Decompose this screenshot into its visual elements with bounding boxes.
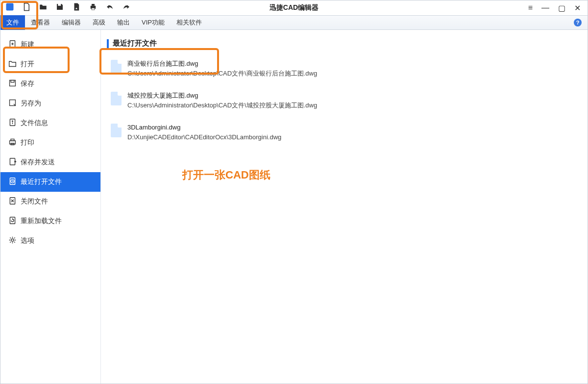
options-icon <box>8 236 17 246</box>
titlebar: 迅捷CAD编辑器 ≡ — ▢ ✕ <box>0 0 588 15</box>
recent-file-item[interactable]: 3DLamborgini.dwgD:\XunjieCADEditor\CADEd… <box>107 121 582 144</box>
sidebar-item-options[interactable]: 选项 <box>0 231 100 251</box>
new-icon <box>8 40 17 50</box>
new-icon[interactable] <box>22 2 31 13</box>
sidebar-item-label: 保存并发送 <box>21 158 55 167</box>
svg-rect-15 <box>11 139 14 141</box>
svg-rect-3 <box>92 4 95 6</box>
section-title: 最近打开文件 <box>107 39 582 48</box>
recent-file-item[interactable]: 城投控股大厦施工图.dwgC:\Users\Administrator\Desk… <box>107 89 582 112</box>
sidebar-item-close[interactable]: 关闭文件 <box>0 192 100 211</box>
undo-icon[interactable] <box>105 2 114 13</box>
app-window: 迅捷CAD编辑器 ≡ — ▢ ✕ 文件查看器编辑器高级输出VIP功能相关软件 ?… <box>0 0 588 384</box>
file-icon <box>111 124 122 137</box>
menubar: 文件查看器编辑器高级输出VIP功能相关软件 ? <box>0 15 588 30</box>
reload-icon <box>8 216 17 226</box>
sidebar-item-reload[interactable]: 重新加载文件 <box>0 211 100 231</box>
menu-item-2[interactable]: 编辑器 <box>56 15 87 30</box>
sidebar-item-save[interactable]: 保存 <box>0 74 100 94</box>
svg-rect-14 <box>10 141 16 144</box>
folder-icon[interactable] <box>39 2 48 13</box>
sidebar: 新建打开保存另存为文件信息打印保存并发送最近打开文件关闭文件重新加载文件选项 <box>0 30 101 384</box>
content: 最近打开文件 商业银行后台施工图.dwgC:\Users\Administrat… <box>101 30 588 384</box>
print-icon[interactable] <box>89 2 98 13</box>
svg-rect-21 <box>10 217 15 224</box>
sidebar-item-send[interactable]: 保存并发送 <box>0 153 100 172</box>
file-name: 城投控股大厦施工图.dwg <box>127 91 317 101</box>
send-icon <box>8 157 17 167</box>
file-name: 商业银行后台施工图.dwg <box>127 59 317 69</box>
close-icon <box>8 197 17 206</box>
save-icon[interactable] <box>55 2 64 13</box>
sidebar-item-label: 重新加载文件 <box>21 217 62 226</box>
sidebar-item-saveas[interactable]: 另存为 <box>0 94 100 113</box>
file-path: C:\Users\Administrator\Desktop\CAD文件\商业银… <box>127 69 317 78</box>
window-controls: ≡ — ▢ ✕ <box>528 3 588 13</box>
saveas-icon <box>8 99 17 108</box>
sidebar-item-label: 最近打开文件 <box>21 178 62 186</box>
sidebar-item-label: 另存为 <box>21 99 41 108</box>
minimize-button[interactable]: — <box>541 3 549 12</box>
sidebar-item-label: 新建 <box>21 40 34 49</box>
help-icon[interactable]: ? <box>574 19 582 26</box>
menu-item-1[interactable]: 查看器 <box>25 15 56 30</box>
svg-rect-4 <box>92 8 95 10</box>
file-name: 3DLamborgini.dwg <box>127 123 281 132</box>
app-logo-icon <box>5 2 14 13</box>
sidebar-item-label: 选项 <box>21 236 34 245</box>
open-icon <box>8 59 17 69</box>
sidebar-item-info[interactable]: 文件信息 <box>0 113 100 133</box>
sidebar-item-open[interactable]: 打开 <box>0 54 100 74</box>
sidebar-item-label: 打印 <box>21 138 34 147</box>
svg-rect-8 <box>10 80 16 86</box>
section-title-text: 最近打开文件 <box>113 39 157 48</box>
svg-rect-9 <box>11 80 14 82</box>
menu-item-6[interactable]: 相关软件 <box>171 15 208 30</box>
recent-file-item[interactable]: 商业银行后台施工图.dwgC:\Users\Administrator\Desk… <box>107 57 582 80</box>
file-icon <box>111 60 122 74</box>
svg-rect-0 <box>6 3 14 11</box>
save-icon <box>8 79 17 89</box>
sidebar-item-new[interactable]: 新建 <box>0 35 100 54</box>
sidebar-item-recent[interactable]: 最近打开文件 <box>0 172 100 192</box>
print-icon <box>8 138 17 148</box>
svg-point-12 <box>12 121 13 122</box>
annotation-hint: 打开一张CAD图纸 <box>182 168 270 182</box>
maximize-button[interactable]: ▢ <box>558 3 565 13</box>
sidebar-item-label: 文件信息 <box>21 119 48 128</box>
info-icon <box>8 118 17 128</box>
file-path: C:\Users\Administrator\Desktop\CAD文件\城投控… <box>127 101 317 110</box>
recent-file-list: 商业银行后台施工图.dwgC:\Users\Administrator\Desk… <box>107 57 582 144</box>
svg-point-22 <box>11 239 14 241</box>
menu-item-4[interactable]: 输出 <box>111 15 136 30</box>
redo-icon[interactable] <box>122 2 131 13</box>
recent-icon <box>8 177 17 187</box>
svg-rect-1 <box>58 4 61 6</box>
sidebar-item-label: 关闭文件 <box>21 197 48 206</box>
menu-icon[interactable]: ≡ <box>528 3 533 12</box>
file-icon <box>111 92 122 105</box>
menu-item-0[interactable]: 文件 <box>0 15 25 30</box>
file-path: D:\XunjieCADEditor\CADEditorOcx\3DLambor… <box>127 132 281 142</box>
menu-item-3[interactable]: 高级 <box>87 15 111 30</box>
menu-item-5[interactable]: VIP功能 <box>136 15 171 30</box>
body: 新建打开保存另存为文件信息打印保存并发送最近打开文件关闭文件重新加载文件选项 最… <box>0 30 588 384</box>
app-title: 迅捷CAD编辑器 <box>270 3 318 12</box>
sidebar-item-label: 保存 <box>21 79 34 88</box>
quick-toolbar <box>0 2 131 13</box>
export-pdf-icon[interactable] <box>72 2 81 13</box>
close-button[interactable]: ✕ <box>574 3 581 13</box>
sidebar-item-print[interactable]: 打印 <box>0 133 100 153</box>
section-title-bar <box>107 39 109 48</box>
sidebar-item-label: 打开 <box>21 60 34 69</box>
